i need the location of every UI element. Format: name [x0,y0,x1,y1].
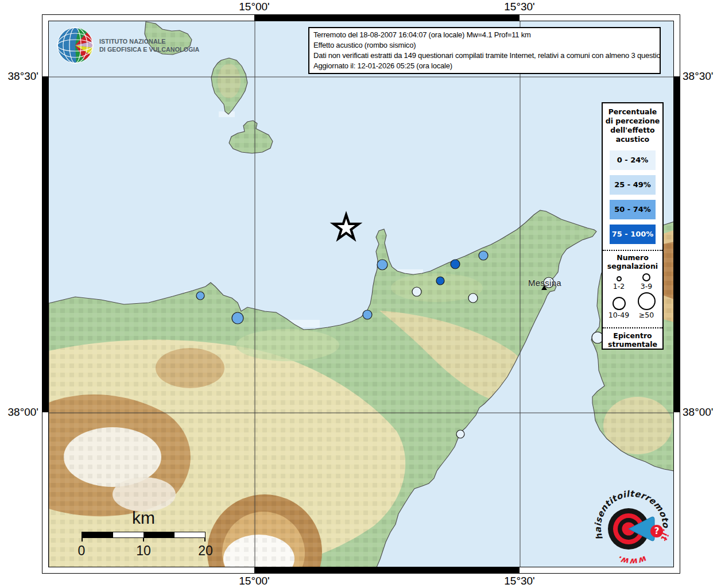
axis-label-top-left: 15°00' [226,1,283,13]
axis-label-left-lower: 38°00' [0,406,38,419]
ingv-name: ISTITUTO NAZIONALE DI GEOFISICA E VULCAN… [99,38,199,65]
legend-percentage-swatches: 0 - 24%25 - 49%50 - 74%75 - 100% [603,150,662,244]
scale-bar: km 0 10 20 [82,508,206,559]
axis-label-left-upper: 38°30' [0,70,38,83]
seismic-map-page: 15°00' 15°30' 15°00' 15°30' 38°30' 38°00… [0,0,721,588]
info-line-effect: Effetto acustico (rombo sismico) [313,40,656,51]
scale-bar-segments [82,532,206,538]
scale-tick-0: 0 [78,543,86,559]
signal-size-label: 3-9 [641,282,652,291]
legend-swatch: 50 - 74% [610,200,656,219]
earthquake-info-box: Terremoto del 18-08-2007 16:04:07 (ora l… [308,27,661,74]
report-dot [232,312,243,324]
city-marker-icon [541,285,547,290]
ingv-globe-icon [56,26,95,65]
report-dot [468,293,478,303]
signal-size-label: 10-49 [608,311,629,319]
frame-band-top [254,15,520,21]
legend-signals-title: Numero segnalazioni [603,251,662,270]
signal-size-label: ≥50 [639,311,654,319]
info-line-updated: Aggiornato il: 12-01-2026 05:25 (ora loc… [313,61,656,71]
signal-size-circle-icon [638,292,656,310]
scale-tick-20: 20 [198,543,213,559]
frame-band-bottom [254,567,520,573]
signal-size-item: 10-49 [605,292,633,319]
legend-swatch: 0 - 24% [610,150,656,170]
ingv-name-line1: ISTITUTO NAZIONALE [99,38,199,46]
report-dot [456,430,464,438]
axis-label-right-lower: 38°00' [683,406,721,419]
legend-signal-sizes: 1-23-910-49≥50 [603,270,662,322]
epicenter-star-icon: ☆ [603,349,662,350]
signal-size-circle-icon [617,276,622,281]
signal-size-circle-icon [613,297,626,310]
axis-label-top-right: 15°30' [491,1,548,13]
ingv-name-line2: DI GEOFISICA E VULCANOLOGIA [99,46,199,54]
map-canvas: ISTITUTO NAZIONALE DI GEOFISICA E VULCAN… [48,21,674,567]
signal-size-item: 1-2 [605,273,633,291]
scale-bar-unit: km [82,508,206,528]
info-line-event: Terremoto del 18-08-2007 16:04:07 (ora l… [313,30,656,40]
axis-label-bottom-right: 15°30' [491,575,548,587]
map-svg [49,21,673,567]
legend-panel: Percentuale di percezione dell'effetto a… [602,102,664,350]
signal-size-label: 1-2 [613,282,625,291]
signal-size-item: ≥50 [633,292,660,319]
scale-bar-labels: 0 10 20 [82,543,206,559]
report-dot [363,310,372,319]
axis-label-right-upper: 38°30' [683,70,721,83]
legend-epicenter-title: Epicentro strumentale [603,328,662,349]
site-www-arc: www. [617,554,649,567]
signal-size-item: 3-9 [633,273,660,291]
report-dot [479,251,488,260]
axis-label-bottom-left: 15°00' [226,575,283,587]
map-frame: ISTITUTO NAZIONALE DI GEOFISICA E VULCAN… [42,14,680,574]
signal-size-circle-icon [642,273,650,281]
scale-tick-10: 10 [136,543,151,559]
report-dot [412,287,421,296]
info-line-data: Dati non verificati estratti da 149 ques… [313,51,656,61]
legend-swatch: 25 - 49% [610,175,656,195]
frame-band-left [42,76,48,412]
report-dot [377,260,387,270]
ingv-logo: ISTITUTO NAZIONALE DI GEOFISICA E VULCAN… [56,26,207,65]
report-dot [451,260,460,269]
question-mark: ? [654,526,660,536]
report-dot [436,277,444,285]
haisentito-logo: ? haisentitoilterremoto.it www. [592,478,674,567]
legend-title: Percentuale di percezione dell'effetto a… [603,103,662,145]
frame-band-right [674,76,680,412]
report-dot [196,292,204,300]
legend-swatch: 75 - 100% [610,225,656,244]
